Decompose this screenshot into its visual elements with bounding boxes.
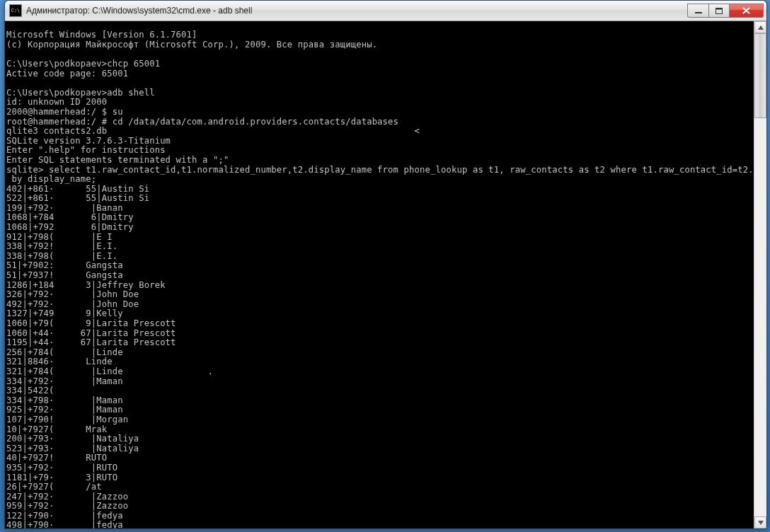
scroll-up-button[interactable] [754,21,766,33]
terminal-client-area[interactable]: Microsoft Windows [Version 6.1.7601] (c)… [5,21,766,528]
window-controls [687,4,764,18]
close-button[interactable] [730,4,764,18]
terminal-output: Microsoft Windows [Version 6.1.7601] (c)… [6,30,765,528]
window-title: Администратор: C:\Windows\system32\cmd.e… [26,6,687,16]
scrollbar-thumb[interactable] [754,33,766,118]
titlebar[interactable]: Администратор: C:\Windows\system32\cmd.e… [5,1,766,21]
scroll-down-button[interactable] [754,516,766,528]
vertical-scrollbar[interactable] [754,21,766,528]
cmd-icon [9,4,22,17]
minimize-button[interactable] [687,4,708,18]
scrollbar-track[interactable] [754,33,766,516]
maximize-button[interactable] [708,4,730,18]
command-prompt-window: Администратор: C:\Windows\system32\cmd.e… [4,0,767,529]
